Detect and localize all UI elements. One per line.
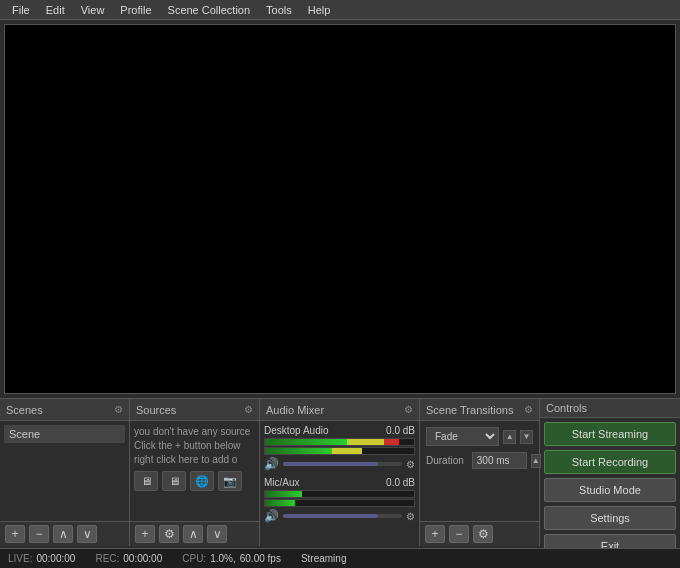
audio-mixer-header-icon[interactable]: ⚙ [404, 404, 413, 415]
transition-duration-row: Duration ▲ ▼ [426, 452, 533, 469]
status-streaming: Streaming [301, 553, 347, 564]
menu-profile[interactable]: Profile [112, 2, 159, 18]
streaming-label: Streaming [301, 553, 347, 564]
transition-up-arrow[interactable]: ▲ [503, 430, 516, 444]
sources-down-button[interactable]: ∨ [207, 525, 227, 543]
scenes-down-button[interactable]: ∨ [77, 525, 97, 543]
menu-view[interactable]: View [73, 2, 113, 18]
sources-toolbar: + ⚙ ∧ ∨ [130, 521, 259, 546]
menu-help[interactable]: Help [300, 2, 339, 18]
scenes-up-button[interactable]: ∧ [53, 525, 73, 543]
mic-aux-header: Mic/Aux 0.0 dB [264, 477, 415, 488]
source-icon-display: 🖥 [134, 471, 158, 491]
desktop-audio-meter-2 [264, 447, 415, 455]
status-live: LIVE: 00:00:00 [8, 553, 75, 564]
mic-aux-vol-icon[interactable]: 🔊 [264, 509, 279, 523]
mic-aux-gear-icon[interactable]: ⚙ [406, 511, 415, 522]
transitions-add-button[interactable]: + [425, 525, 445, 543]
menu-file[interactable]: File [4, 2, 38, 18]
audio-mixer-title: Audio Mixer [266, 404, 324, 416]
mic-aux-slider[interactable] [283, 514, 402, 518]
studio-mode-button[interactable]: Studio Mode [544, 478, 676, 502]
mic-aux-controls: 🔊 ⚙ [264, 509, 415, 523]
scenes-content: Scene [0, 421, 129, 521]
transitions-header: Scene Transitions ⚙ [420, 399, 539, 421]
transitions-toolbar: + − ⚙ [420, 521, 539, 546]
transition-down-arrow[interactable]: ▼ [520, 430, 533, 444]
start-recording-button[interactable]: Start Recording [544, 450, 676, 474]
scenes-panel-header: Scenes ⚙ [0, 399, 129, 421]
menu-edit[interactable]: Edit [38, 2, 73, 18]
desktop-audio-channel: Desktop Audio 0.0 dB 🔊 ⚙ [264, 425, 415, 471]
scenes-panel: Scenes ⚙ Scene + − ∧ ∨ [0, 399, 130, 546]
rec-label: REC: [95, 553, 119, 564]
sources-content: you don't have any source Click the + bu… [130, 421, 259, 521]
desktop-audio-slider[interactable] [283, 462, 402, 466]
controls-header: Controls [540, 399, 680, 418]
sources-placeholder: you don't have any source Click the + bu… [134, 425, 255, 467]
source-icon-browser: 🌐 [190, 471, 214, 491]
controls-panel: Controls Start Streaming Start Recording… [540, 399, 680, 546]
sources-settings-button[interactable]: ⚙ [159, 525, 179, 543]
sources-title: Sources [136, 404, 176, 416]
mic-aux-db: 0.0 dB [386, 477, 415, 488]
scenes-toolbar: + − ∧ ∨ [0, 521, 129, 546]
live-value: 00:00:00 [36, 553, 75, 564]
desktop-audio-controls: 🔊 ⚙ [264, 457, 415, 471]
sources-up-button[interactable]: ∧ [183, 525, 203, 543]
transition-type-select[interactable]: Fade [426, 427, 499, 446]
scenes-title: Scenes [6, 404, 43, 416]
transition-type-row: Fade ▲ ▼ [426, 427, 533, 446]
mic-aux-meter-2 [264, 499, 415, 507]
menu-scene-collection[interactable]: Scene Collection [160, 2, 259, 18]
transitions-settings-button[interactable]: ⚙ [473, 525, 493, 543]
desktop-audio-meter [264, 438, 415, 446]
controls-content: Start Streaming Start Recording Studio M… [540, 418, 680, 562]
mic-aux-meter [264, 490, 415, 498]
sources-add-button[interactable]: + [135, 525, 155, 543]
duration-label: Duration [426, 455, 464, 466]
desktop-audio-header: Desktop Audio 0.0 dB [264, 425, 415, 436]
rec-value: 00:00:00 [123, 553, 162, 564]
settings-button[interactable]: Settings [544, 506, 676, 530]
audio-mixer-header: Audio Mixer ⚙ [260, 399, 419, 421]
transitions-title: Scene Transitions [426, 404, 513, 416]
mic-aux-name: Mic/Aux [264, 477, 300, 488]
transitions-panel: Scene Transitions ⚙ Fade ▲ ▼ Duration ▲ … [420, 399, 540, 546]
audio-content: Desktop Audio 0.0 dB 🔊 ⚙ [260, 421, 419, 546]
source-icon-camera: 📷 [218, 471, 242, 491]
scenes-remove-button[interactable]: − [29, 525, 49, 543]
audio-mixer-panel: Audio Mixer ⚙ Desktop Audio 0.0 dB [260, 399, 420, 546]
preview-canvas [4, 24, 676, 394]
controls-title: Controls [546, 402, 587, 414]
sources-icon-row: 🖥 🖥 🌐 📷 [134, 471, 255, 491]
cpu-value: 1.0%, [210, 553, 236, 564]
scenes-add-button[interactable]: + [5, 525, 25, 543]
desktop-audio-vol-icon[interactable]: 🔊 [264, 457, 279, 471]
scene-item[interactable]: Scene [4, 425, 125, 443]
transitions-header-icon[interactable]: ⚙ [524, 404, 533, 415]
transitions-remove-button[interactable]: − [449, 525, 469, 543]
sources-panel: Sources ⚙ you don't have any source Clic… [130, 399, 260, 546]
menu-bar: File Edit View Profile Scene Collection … [0, 0, 680, 20]
duration-input[interactable] [472, 452, 527, 469]
desktop-audio-db: 0.0 dB [386, 425, 415, 436]
desktop-audio-name: Desktop Audio [264, 425, 329, 436]
cpu-label: CPU: [182, 553, 206, 564]
status-bar: LIVE: 00:00:00 REC: 00:00:00 CPU: 1.0%, … [0, 548, 680, 568]
scenes-header-icon[interactable]: ⚙ [114, 404, 123, 415]
sources-header-icon[interactable]: ⚙ [244, 404, 253, 415]
transitions-content: Fade ▲ ▼ Duration ▲ ▼ [420, 421, 539, 521]
status-rec: REC: 00:00:00 [95, 553, 162, 564]
status-cpu: CPU: 1.0%, 60.00 fps [182, 553, 281, 564]
desktop-audio-gear-icon[interactable]: ⚙ [406, 459, 415, 470]
bottom-panels: Scenes ⚙ Scene + − ∧ ∨ Sources ⚙ you don… [0, 398, 680, 546]
fps-value: 60.00 fps [240, 553, 281, 564]
start-streaming-button[interactable]: Start Streaming [544, 422, 676, 446]
source-icon-window: 🖥 [162, 471, 186, 491]
sources-panel-header: Sources ⚙ [130, 399, 259, 421]
live-label: LIVE: [8, 553, 32, 564]
menu-tools[interactable]: Tools [258, 2, 300, 18]
mic-aux-channel: Mic/Aux 0.0 dB 🔊 ⚙ [264, 477, 415, 523]
